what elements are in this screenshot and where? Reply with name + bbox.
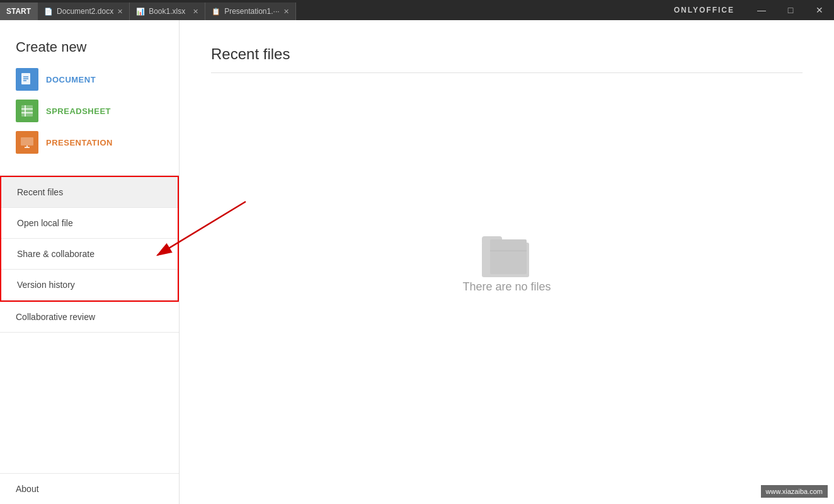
nav-about[interactable]: About — [0, 474, 179, 504]
tab-document[interactable]: 📄 Document2.docx ✕ — [38, 3, 130, 20]
nav-collaborative-review[interactable]: Collaborative review — [0, 302, 179, 333]
svg-rect-2 — [21, 137, 33, 146]
main-container: Create new DOCUMENT SPREADSHE — [0, 20, 834, 504]
create-document-item[interactable]: DOCUMENT — [16, 68, 163, 91]
empty-state: There are no files — [211, 92, 803, 479]
document-icon — [16, 68, 38, 91]
tabs-bar: START 📄 Document2.docx ✕ 📊 Book1.xlsx ✕ … — [0, 0, 661, 20]
tab-pres-close[interactable]: ✕ — [283, 8, 289, 16]
create-spreadsheet-item[interactable]: SPREADSHEET — [16, 100, 163, 122]
pres-icon: 📋 — [212, 8, 220, 16]
empty-state-text: There are no files — [462, 280, 551, 294]
content-title: Recent files — [211, 45, 803, 63]
create-presentation-item[interactable]: PRESENTATION — [16, 131, 163, 154]
content-divider — [211, 72, 803, 73]
presentation-icon — [16, 131, 38, 154]
doc-icon: 📄 — [44, 8, 53, 16]
tab-doc-close[interactable]: ✕ — [117, 8, 123, 16]
tab-sheet[interactable]: 📊 Book1.xlsx ✕ — [130, 3, 205, 20]
content-area: Recent files There are no files — [180, 20, 834, 504]
nav-collaborative-review-label: Collaborative review — [16, 312, 95, 322]
nav-about-label: About — [16, 484, 39, 494]
tab-start-label: START — [6, 7, 31, 16]
create-presentation-label: PRESENTATION — [46, 138, 113, 147]
tab-sheet-label: Book1.xlsx — [149, 7, 185, 16]
close-button[interactable]: ✕ — [805, 0, 834, 20]
create-document-label: DOCUMENT — [46, 75, 96, 84]
nav-share-collaborate-label: Share & collaborate — [17, 249, 94, 259]
app-title: ONLYOFFICE — [661, 6, 747, 14]
tab-start[interactable]: START — [0, 3, 38, 20]
create-new-section: Create new DOCUMENT SPREADSHE — [0, 20, 179, 175]
sidebar: Create new DOCUMENT SPREADSHE — [0, 20, 180, 504]
create-spreadsheet-label: SPREADSHEET — [46, 106, 111, 116]
svg-rect-5 — [490, 239, 527, 274]
tab-sheet-close[interactable]: ✕ — [193, 8, 198, 16]
svg-rect-1 — [21, 105, 33, 117]
empty-folder-icon — [479, 227, 535, 280]
nav-share-collaborate[interactable]: Share & collaborate — [1, 239, 178, 270]
create-new-title: Create new — [16, 39, 163, 55]
window-controls: — □ ✕ — [747, 0, 834, 20]
watermark: www.xiazaiba.com — [761, 485, 828, 498]
nav-recent-files[interactable]: Recent files — [1, 177, 178, 208]
tab-pres-label: Presentation1.··· — [224, 7, 279, 16]
sheet-icon: 📊 — [136, 8, 145, 16]
tab-presentation[interactable]: 📋 Presentation1.··· ✕ — [205, 3, 295, 20]
spreadsheet-icon — [16, 100, 38, 122]
maximize-button[interactable]: □ — [776, 0, 805, 20]
tab-doc-label: Document2.docx — [57, 7, 113, 16]
nav-open-local-label: Open local file — [17, 218, 73, 228]
titlebar: START 📄 Document2.docx ✕ 📊 Book1.xlsx ✕ … — [0, 0, 834, 20]
nav-open-local-file[interactable]: Open local file — [1, 208, 178, 239]
minimize-button[interactable]: — — [747, 0, 776, 20]
nav-version-history-label: Version history — [17, 280, 75, 290]
nav-recent-files-label: Recent files — [17, 187, 63, 197]
nav-group-boxed: Recent files Open local file Share & col… — [0, 176, 179, 302]
sidebar-bottom: About — [0, 473, 179, 504]
nav-section: Recent files Open local file Share & col… — [0, 176, 179, 473]
nav-version-history[interactable]: Version history — [1, 270, 178, 301]
